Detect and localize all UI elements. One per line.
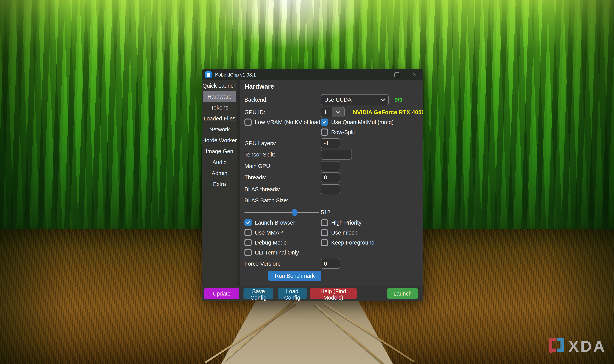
tensor-split-label: Tensor Split: [244, 152, 275, 158]
sidebar-item-horde-worker[interactable]: Horde Worker [202, 135, 237, 146]
maximize-button[interactable] [388, 69, 406, 80]
sidebar-item-hardware[interactable]: Hardware [203, 91, 236, 102]
checkbox-use-mmap[interactable]: Use MMAP [244, 229, 283, 236]
force-version-label: Force Version: [244, 261, 280, 267]
checkbox-quantmatmul[interactable]: Use QuantMatMul (mmq) [321, 118, 394, 126]
chevron-down-icon [380, 98, 385, 102]
checkbox-label: Row-Split [331, 129, 355, 135]
gpu-id-dropdown-arrow[interactable] [332, 107, 344, 117]
blas-threads-label: BLAS threads: [244, 186, 280, 193]
main-gpu-label: Main GPU: [244, 163, 272, 169]
panel-title: Hardware [244, 83, 274, 90]
checkbox-box[interactable] [321, 129, 328, 136]
blas-batch-size-slider[interactable] [244, 212, 319, 213]
xda-logo-brackets-icon [547, 337, 566, 356]
checkbox-row-split[interactable]: Row-Split [321, 129, 355, 136]
checkbox-debug-mode[interactable]: Debug Mode [244, 239, 287, 246]
checkbox-keep-foreground[interactable]: Keep Foreground [321, 239, 374, 246]
checkbox-box-checked[interactable] [321, 118, 328, 126]
checkbox-label: CLI Terminal Only [255, 249, 299, 256]
checkbox-label: Debug Mode [255, 240, 287, 246]
checkbox-launch-browser[interactable]: Launch Browser [244, 219, 295, 226]
koboldcpp-window: KoboldCpp v1.98.1 Quick Launch Hardware … [202, 69, 423, 301]
blas-batch-size-label: BLAS Batch Size: [244, 197, 288, 204]
close-button[interactable] [406, 69, 423, 80]
launch-button[interactable]: Launch [387, 288, 418, 299]
maximize-icon [395, 73, 399, 77]
threads-label: Threads: [244, 174, 266, 181]
gpu-id-dropdown[interactable]: 1 [321, 107, 345, 117]
checkbox-label: Keep Foreground [331, 240, 374, 246]
sidebar-item-admin[interactable]: Admin [202, 168, 237, 179]
minimize-icon [377, 75, 382, 75]
gpu-layers-label: GPU Layers: [244, 140, 276, 146]
gpu-device-name: NVIDIA GeForce RTX 4050 Laptop [353, 109, 423, 116]
threads-input[interactable] [321, 172, 340, 182]
koboldcpp-app-icon-glyph [207, 73, 210, 77]
main-gpu-input[interactable] [321, 161, 340, 171]
checkbox-label: Use QuantMatMul (mmq) [331, 119, 394, 125]
blas-threads-input[interactable] [321, 184, 340, 194]
check-icon [246, 220, 251, 225]
xda-logo-text: XDA [568, 338, 606, 354]
gpu-id-label: GPU ID: [244, 109, 265, 116]
slider-thumb[interactable] [292, 209, 297, 216]
xda-watermark: XDA [547, 337, 606, 356]
checkbox-box[interactable] [244, 118, 252, 126]
sidebar-item-loaded-files[interactable]: Loaded Files [202, 113, 237, 124]
help-find-models-button[interactable]: Help (Find Models) [310, 288, 357, 299]
window-controls [370, 69, 423, 80]
titlebar[interactable]: KoboldCpp v1.98.1 [202, 69, 423, 80]
checkbox-cli-terminal-only[interactable]: CLI Terminal Only [244, 249, 299, 256]
backend-label: Backend: [244, 97, 268, 103]
checkbox-box[interactable] [321, 219, 328, 226]
backend-dropdown[interactable]: Use CUDA [321, 94, 389, 105]
save-config-button[interactable]: Save Config [243, 288, 273, 299]
force-version-input[interactable] [321, 259, 340, 269]
backend-device-count: 9/9 [395, 96, 402, 103]
sidebar-item-extra[interactable]: Extra [202, 179, 237, 189]
checkbox-box[interactable] [244, 239, 252, 246]
backend-dropdown-value: Use CUDA [324, 97, 380, 103]
chevron-down-icon [336, 111, 341, 114]
blas-batch-size-value: 512 [321, 209, 330, 216]
sidebar-item-tokens[interactable]: Tokens [202, 102, 237, 113]
load-config-button[interactable]: Load Config [278, 288, 307, 299]
sidebar-item-network[interactable]: Network [202, 124, 237, 135]
checkbox-high-priority[interactable]: High Priority [321, 219, 361, 226]
koboldcpp-app-icon [205, 71, 212, 78]
hardware-panel: Hardware Backend: Use CUDA 9/9 GPU ID: 1 [240, 80, 423, 286]
tensor-split-input[interactable] [321, 150, 352, 160]
checkbox-label: Launch Browser [255, 220, 295, 226]
check-icon [322, 120, 327, 125]
sidebar-item-quick-launch[interactable]: Quick Launch [202, 80, 237, 91]
footer-button-bar: Update Save Config Load Config Help (Fin… [202, 286, 423, 301]
sidebar: Quick Launch Hardware Tokens Loaded File… [202, 80, 240, 286]
checkbox-box[interactable] [244, 249, 252, 256]
window-title: KoboldCpp v1.98.1 [215, 72, 256, 78]
run-benchmark-button[interactable]: Run Benchmark [268, 271, 321, 281]
checkbox-box-checked[interactable] [244, 219, 252, 226]
gpu-id-value: 1 [321, 107, 332, 117]
update-button[interactable]: Update [204, 288, 239, 299]
checkbox-label: Use MMAP [255, 230, 283, 236]
checkbox-box[interactable] [321, 229, 328, 236]
close-icon [412, 72, 417, 78]
sidebar-item-audio[interactable]: Audio [202, 157, 237, 168]
checkbox-label: Use mlock [331, 230, 357, 236]
sidebar-item-image-gen[interactable]: Image Gen [202, 146, 237, 157]
checkbox-box[interactable] [244, 229, 252, 236]
checkbox-label: Low VRAM (No KV offload) [255, 119, 322, 125]
checkbox-use-mlock[interactable]: Use mlock [321, 229, 357, 236]
minimize-button[interactable] [370, 69, 388, 80]
checkbox-label: High Priority [331, 220, 361, 226]
gpu-layers-input[interactable] [321, 138, 340, 148]
checkbox-box[interactable] [321, 239, 328, 246]
checkbox-low-vram[interactable]: Low VRAM (No KV offload) [244, 118, 322, 126]
